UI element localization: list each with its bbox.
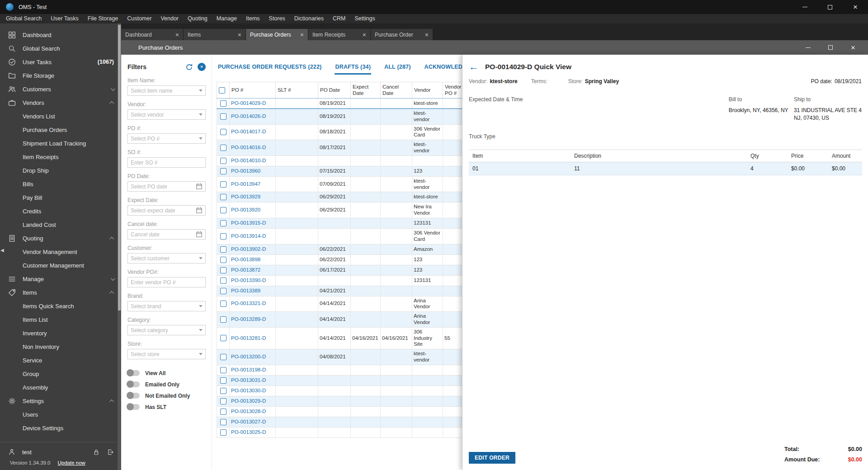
row-checkbox[interactable] <box>220 288 226 294</box>
edit-order-button[interactable]: EDIT ORDER <box>469 452 515 464</box>
toggle-switch-icon[interactable] <box>127 404 140 410</box>
toggle-not-emailed-only[interactable]: Not Emailed Only <box>127 390 206 401</box>
sidebar-item-items-quick-search[interactable]: Items Quick Search <box>0 299 121 313</box>
filter-input-customer[interactable] <box>131 255 197 262</box>
row-checkbox[interactable] <box>220 388 226 394</box>
sidebar-item-shipment-load-tracking[interactable]: Shipment Load Tracking <box>0 136 121 150</box>
filter-brand-input[interactable] <box>127 301 206 311</box>
minimize-button[interactable] <box>792 0 817 14</box>
toggle-switch-icon[interactable] <box>127 381 140 387</box>
sidebar-item-items[interactable]: Items <box>0 286 121 299</box>
row-checkbox[interactable] <box>220 398 226 404</box>
sidebar-item-users[interactable]: Users <box>0 408 121 421</box>
tab-dashboard[interactable]: Dashboard× <box>121 29 184 40</box>
update-now-link[interactable]: Update now <box>58 460 85 465</box>
sidebar-item-vendors[interactable]: Vendors <box>0 96 121 109</box>
po-number-link[interactable]: PO-0013027-D <box>231 419 266 424</box>
filter-input-cancel-date[interactable] <box>131 231 194 238</box>
toggle-switch-icon[interactable] <box>127 370 140 376</box>
toggle-view-all[interactable]: View All <box>127 367 206 379</box>
po-number-link[interactable]: PO-0013321-D <box>231 301 266 306</box>
row-checkbox[interactable] <box>220 181 226 188</box>
tab-items[interactable]: Items× <box>184 29 246 40</box>
filter-input-brand[interactable] <box>131 303 197 310</box>
row-checkbox[interactable] <box>220 429 226 436</box>
select-all-checkbox[interactable] <box>219 87 225 94</box>
row-checkbox[interactable] <box>220 301 226 307</box>
menu-customer[interactable]: Customer <box>123 14 156 24</box>
row-checkbox[interactable] <box>220 145 226 151</box>
filter-input-so[interactable] <box>131 160 203 166</box>
filter-so-input[interactable] <box>127 157 206 168</box>
tab-close-icon[interactable]: × <box>297 31 304 38</box>
sidebar-item-global-search[interactable]: Global Search <box>0 42 121 55</box>
po-number-link[interactable]: PO-0013929 <box>231 194 260 199</box>
sidebar-item-user-tasks[interactable]: User Tasks(1067) <box>0 55 121 69</box>
tab-close-icon[interactable]: × <box>235 31 241 38</box>
filter-store-input[interactable] <box>127 349 206 359</box>
filter-input-po-date[interactable] <box>131 183 194 190</box>
filter-input-expect-date[interactable] <box>131 207 194 214</box>
sidebar-item-items-list[interactable]: Items List <box>0 313 121 326</box>
tab-close-icon[interactable]: × <box>422 31 429 38</box>
sidebar-item-service[interactable]: Service <box>0 353 121 367</box>
column-header-po-date[interactable]: PO Date <box>318 82 351 99</box>
toggle-emailed-only[interactable]: Emailed Only <box>127 379 206 390</box>
po-number-link[interactable]: PO-0013198-D <box>231 367 266 372</box>
column-header-vendor[interactable]: Vendor <box>412 82 443 99</box>
po-tab-drafts-34[interactable]: DRAFTS (34) <box>335 61 371 75</box>
maximize-button[interactable] <box>817 0 843 14</box>
toggle-switch-icon[interactable] <box>127 393 140 399</box>
po-number-link[interactable]: PO-0013898 <box>231 257 260 262</box>
menu-global-search[interactable]: Global Search <box>1 14 46 24</box>
sidebar-item-quoting[interactable]: Quoting <box>0 231 121 245</box>
row-checkbox[interactable] <box>220 354 226 360</box>
filter-po-date-input[interactable] <box>127 181 206 192</box>
filter-item-name-input[interactable] <box>127 85 206 96</box>
subwindow-minimize-button[interactable] <box>797 40 819 55</box>
sidebar-scrollbar-thumb[interactable] <box>118 25 121 310</box>
row-checkbox[interactable] <box>220 194 226 200</box>
filter-vendor-input[interactable] <box>127 109 206 120</box>
sidebar-item-drop-ship[interactable]: Drop Ship <box>0 164 121 177</box>
po-number-link[interactable]: PO-0014029-D <box>231 100 266 106</box>
clear-filters-icon[interactable]: × <box>198 63 206 71</box>
po-number-link[interactable]: PO-0014016-D <box>231 145 266 150</box>
menu-items[interactable]: Items <box>241 14 264 24</box>
menu-manage[interactable]: Manage <box>212 14 241 24</box>
po-number-link[interactable]: PO-0013915-D <box>231 220 266 226</box>
row-checkbox[interactable] <box>220 367 226 373</box>
sidebar-collapse-icon[interactable]: ◀ <box>0 248 4 253</box>
sidebar-item-vendors-list[interactable]: Vendors List <box>0 109 121 123</box>
sidebar-item-vendor-management[interactable]: Vendor Management <box>0 245 121 258</box>
filter-vendor-po-input[interactable] <box>127 277 206 287</box>
column-header-cancel-date[interactable]: Cancel Date <box>381 82 412 99</box>
sidebar-item-non-inventory[interactable]: Non Inventory <box>0 340 121 353</box>
filter-input-po[interactable] <box>131 136 197 142</box>
tab-purchase-order[interactable]: Purchase Order× <box>371 29 433 40</box>
sidebar-item-item-receipts[interactable]: Item Receipts <box>0 150 121 164</box>
sidebar-item-purchase-orders[interactable]: Purchase Orders <box>0 123 121 136</box>
column-header-expect-date[interactable]: Expect Date <box>351 82 381 99</box>
po-number-link[interactable]: PO-0013029-D <box>231 398 266 404</box>
po-number-link[interactable]: PO-0013390-D <box>231 277 266 283</box>
filter-cancel-date-input[interactable] <box>127 229 206 240</box>
row-checkbox[interactable] <box>220 409 226 415</box>
subwindow-close-button[interactable]: × <box>842 40 864 55</box>
row-checkbox[interactable] <box>220 257 226 263</box>
po-number-link[interactable]: PO-0013872 <box>231 267 260 273</box>
sidebar-item-inventory[interactable]: Inventory <box>0 326 121 340</box>
row-checkbox[interactable] <box>220 158 226 164</box>
filter-po-input[interactable] <box>127 133 206 144</box>
row-checkbox[interactable] <box>220 267 226 273</box>
filter-input-vendor-po[interactable] <box>131 279 203 286</box>
menu-dictionaries[interactable]: Dictionaries <box>290 14 328 24</box>
po-number-link[interactable]: PO-0013389 <box>231 288 260 293</box>
po-number-link[interactable]: PO-0013025-D <box>231 429 266 435</box>
po-number-link[interactable]: PO-0013914-D <box>231 233 266 239</box>
sidebar-item-customers[interactable]: Customers <box>0 82 121 96</box>
filter-input-item-name[interactable] <box>131 88 197 94</box>
back-arrow-icon[interactable]: ← <box>469 62 479 72</box>
close-button[interactable]: × <box>843 0 868 14</box>
row-checkbox[interactable] <box>220 277 226 284</box>
